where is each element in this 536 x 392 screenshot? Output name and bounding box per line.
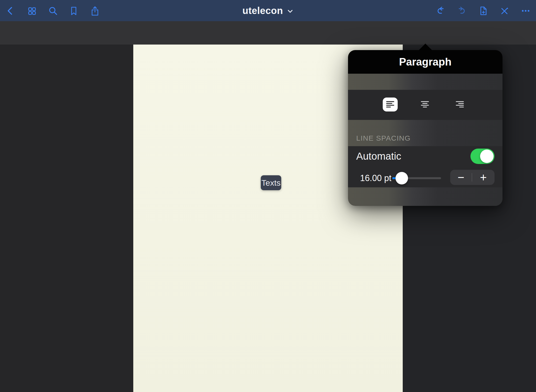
popover-footer	[348, 187, 502, 206]
spacing-value: 16.00 pt	[360, 173, 391, 183]
search-icon	[48, 6, 58, 16]
line-spacing-rows: Automatic 16.00 pt − +	[348, 146, 502, 187]
popover-arrow	[419, 44, 432, 50]
undo-button[interactable]	[435, 6, 446, 16]
add-page-button[interactable]	[478, 6, 488, 16]
align-center-button[interactable]	[419, 99, 431, 110]
toggle-knob	[480, 150, 494, 163]
end-editing-button[interactable]	[499, 6, 509, 16]
align-left-icon	[385, 99, 395, 110]
text-object[interactable]: Texts	[261, 175, 281, 190]
popover-header: Paragraph	[348, 50, 502, 74]
share-icon	[90, 6, 100, 16]
line-spacing-section-header: LINE SPACING	[348, 120, 502, 146]
paragraph-popover: Paragraph	[348, 50, 502, 206]
back-button[interactable]	[5, 6, 16, 16]
share-button[interactable]	[90, 6, 100, 16]
stepper-divider	[472, 173, 472, 182]
spacing-decrease-button[interactable]: −	[450, 170, 472, 185]
tool-bar: T HiraginoSans-... 16	[0, 21, 536, 45]
back-chevron-icon	[5, 6, 16, 16]
add-page-icon	[478, 6, 488, 16]
grid-icon	[27, 6, 37, 16]
undo-icon	[435, 6, 446, 16]
redo-button[interactable]	[456, 6, 467, 16]
spacing-slider-thumb[interactable]	[395, 172, 408, 184]
automatic-toggle[interactable]	[470, 149, 495, 164]
redo-icon	[456, 6, 467, 16]
align-right-button[interactable]	[454, 99, 466, 110]
canvas-background-left	[0, 45, 133, 392]
popover-title: Paragraph	[399, 56, 452, 68]
line-spacing-label: LINE SPACING	[356, 134, 411, 142]
align-right-icon	[455, 99, 465, 110]
popover-spacer	[348, 74, 502, 90]
spacing-increase-button[interactable]: +	[473, 170, 494, 185]
document-title[interactable]: utelecon	[0, 0, 536, 21]
spacing-stepper: − +	[450, 170, 495, 185]
align-left-button[interactable]	[383, 98, 398, 111]
bookmark-icon	[68, 6, 79, 16]
pen-cross-icon	[499, 6, 509, 16]
nav-bar: utelecon	[0, 0, 536, 21]
thumbnails-button[interactable]	[27, 6, 37, 16]
ellipsis-icon	[520, 6, 531, 16]
automatic-label: Automatic	[356, 150, 401, 162]
search-button[interactable]	[48, 6, 58, 16]
page-title: utelecon	[242, 5, 283, 16]
chevron-down-icon	[287, 8, 294, 14]
more-button[interactable]	[520, 6, 531, 16]
alignment-row	[348, 90, 502, 120]
text-object-label: Texts	[261, 178, 281, 188]
bookmark-button[interactable]	[68, 6, 79, 16]
align-center-icon	[420, 99, 430, 110]
